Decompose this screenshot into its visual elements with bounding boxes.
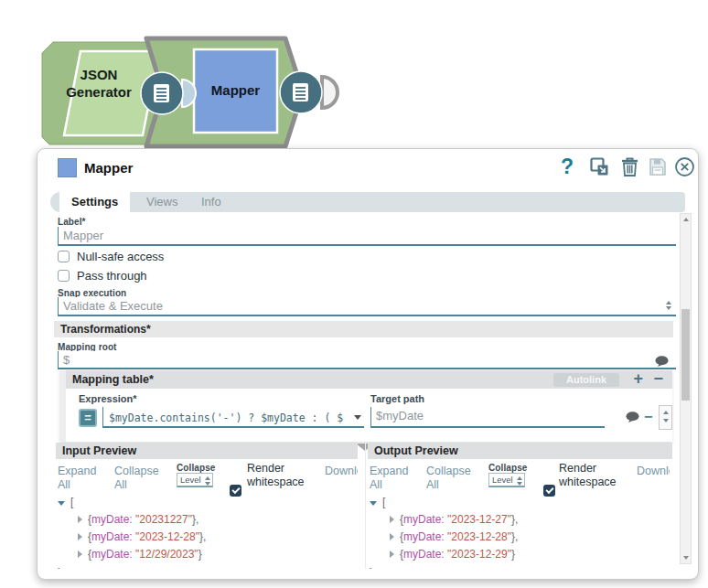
tree-collapse-icon[interactable] — [370, 501, 377, 506]
save-icon[interactable] — [649, 157, 667, 176]
label-field-input[interactable]: Mapper — [58, 227, 676, 246]
pass-through-label: Pass through — [77, 269, 147, 283]
tree-expand-icon[interactable] — [390, 533, 394, 540]
dialog-scrollbar[interactable] — [680, 213, 692, 564]
output-expand-all-link[interactable]: Expand All — [370, 465, 419, 492]
target-path-column-header: Target path — [370, 393, 424, 404]
scrollbar-thumb[interactable] — [681, 309, 690, 401]
remove-row-button[interactable]: − — [653, 371, 663, 386]
output-json-tree: [ {myDate: "2023-12-27"}, {myDate: "2023… — [370, 494, 518, 569]
output-collapse-level-control[interactable]: Collapse Level — [488, 463, 527, 487]
input-json-tree: [ {myDate: "20231227"}, {myDate: "2023-1… — [58, 494, 206, 569]
row-reorder-spinner[interactable] — [659, 405, 672, 430]
target-path-input[interactable]: $myDate — [370, 407, 605, 428]
row-remove-button[interactable]: − — [644, 409, 652, 425]
expression-column-header: Expression* — [79, 393, 137, 404]
snaplogic-screen: JSON Generator Mapper Mapper ? — [0, 0, 708, 588]
expression-input[interactable]: $myDate.contains('-') ? $myDate : ( $ — [102, 407, 364, 428]
tree-collapse-icon[interactable] — [58, 501, 65, 506]
document-icon — [154, 84, 169, 102]
input-collapse-all-link[interactable]: Collapse All — [114, 465, 169, 492]
scroll-up-icon[interactable] — [683, 218, 689, 221]
input-collapse-level-control[interactable]: Collapse Level — [177, 463, 215, 487]
null-safe-access-checkbox[interactable] — [58, 251, 70, 262]
tree-row: {myDate: "2023-12-28"}, — [370, 529, 518, 546]
mapper-settings-dialog: Mapper ? Settings Views — [37, 148, 699, 580]
null-safe-access-row: Null-safe access — [58, 250, 164, 263]
input-preview-panel: Input Preview Expand All Collapse All Co… — [56, 443, 358, 569]
output-connector[interactable] — [280, 71, 338, 113]
input-render-whitespace-checkbox[interactable] — [230, 485, 241, 497]
null-safe-access-label: Null-safe access — [77, 250, 164, 263]
label-field-label: Label* — [58, 217, 86, 227]
dialog-title: Mapper — [84, 160, 133, 176]
export-icon[interactable] — [590, 157, 610, 177]
tree-expand-icon[interactable] — [78, 533, 82, 540]
input-preview-title: Input Preview — [56, 443, 358, 459]
tree-row: {myDate: "12/29/2023"} — [58, 546, 206, 563]
tree-expand-icon[interactable] — [78, 551, 82, 558]
mapping-table-panel: Mapping table* Autolink + − Expression* … — [59, 370, 672, 442]
tab-info[interactable]: Info — [189, 192, 233, 212]
tree-expand-icon[interactable] — [390, 516, 394, 523]
pass-through-row: Pass through — [58, 269, 147, 283]
output-collapse-all-link[interactable]: Collapse All — [426, 465, 481, 492]
tree-row: {myDate: "20231227"}, — [58, 511, 206, 529]
tree-row: {myDate: "2023-12-27"}, — [370, 511, 518, 529]
snap-color-icon — [58, 158, 77, 177]
collapse-level-spinner-icon[interactable] — [205, 476, 210, 486]
tree-row: {myDate: "2023-12-28"}, — [58, 529, 206, 546]
output-preview-title: Output Preview — [368, 443, 672, 459]
mapping-root-input[interactable]: $ — [58, 351, 676, 369]
output-render-whitespace-label: Render whitespace — [559, 462, 632, 489]
document-icon — [293, 83, 308, 102]
output-render-whitespace-checkbox[interactable] — [543, 485, 555, 497]
snap-execution-select[interactable]: Validate & Execute — [58, 297, 676, 316]
tree-expand-icon[interactable] — [390, 551, 394, 558]
tab-settings[interactable]: Settings — [59, 192, 130, 212]
select-spinner-icon[interactable] — [666, 301, 671, 310]
comment-icon[interactable] — [655, 356, 669, 368]
mapping-table-title: Mapping table* — [72, 373, 154, 386]
output-download-link[interactable]: Download — [637, 465, 670, 478]
input-download-link[interactable]: Download — [325, 465, 358, 478]
snap-label-json-generator: JSON Generator — [55, 67, 143, 102]
close-icon[interactable] — [674, 156, 695, 177]
add-row-button[interactable]: + — [633, 371, 643, 386]
input-expand-all-link[interactable]: Expand All — [58, 465, 107, 492]
transformations-section-header: Transformations* — [54, 321, 673, 337]
collapse-level-spinner-icon[interactable] — [517, 476, 522, 486]
tab-views[interactable]: Views — [134, 192, 189, 212]
help-icon[interactable]: ? — [561, 155, 574, 179]
expression-dropdown-icon[interactable] — [354, 415, 361, 420]
expression-toggle-button[interactable]: = — [79, 409, 97, 427]
output-preview-panel: Output Preview Expand All Collapse All C… — [365, 443, 672, 569]
scroll-down-icon[interactable] — [683, 556, 689, 560]
autolink-button[interactable]: Autolink — [553, 373, 619, 387]
tree-close-bracket: ] — [58, 563, 206, 569]
trash-icon[interactable] — [620, 156, 639, 177]
tree-close-bracket: ] — [370, 563, 518, 569]
snap-label-mapper: Mapper — [194, 82, 277, 98]
mapping-table-header: Mapping table* Autolink + − — [66, 370, 672, 389]
pass-through-checkbox[interactable] — [58, 270, 70, 282]
tab-bar: Settings Views Info — [50, 192, 685, 212]
tree-row: {myDate: "2023-12-29"} — [370, 546, 518, 563]
row-comment-icon[interactable] — [626, 412, 639, 423]
tree-expand-icon[interactable] — [78, 516, 82, 523]
input-render-whitespace-label: Render whitespace — [247, 462, 320, 489]
